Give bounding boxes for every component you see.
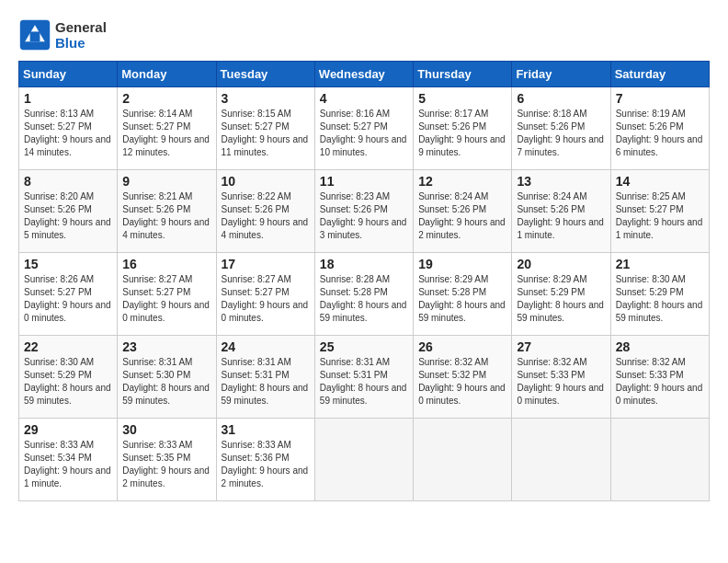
calendar-week-1: 1 Sunrise: 8:13 AM Sunset: 5:27 PM Dayli… xyxy=(19,87,710,170)
day-header-saturday: Saturday xyxy=(610,62,709,87)
calendar-body: 1 Sunrise: 8:13 AM Sunset: 5:27 PM Dayli… xyxy=(19,87,710,501)
day-number: 1 xyxy=(24,91,112,106)
logo: General Blue xyxy=(18,18,107,52)
day-info: Sunrise: 8:25 AM Sunset: 5:27 PM Dayligh… xyxy=(616,190,704,242)
day-number: 3 xyxy=(222,91,310,106)
day-number: 20 xyxy=(517,257,605,271)
calendar-cell xyxy=(314,419,413,501)
calendar-cell: 11 Sunrise: 8:23 AM Sunset: 5:26 PM Dayl… xyxy=(314,170,413,253)
calendar-cell: 29 Sunrise: 8:33 AM Sunset: 5:34 PM Dayl… xyxy=(19,419,118,501)
logo-text: General Blue xyxy=(55,19,107,51)
day-info: Sunrise: 8:33 AM Sunset: 5:34 PM Dayligh… xyxy=(24,439,112,490)
calendar-cell: 13 Sunrise: 8:24 AM Sunset: 5:26 PM Dayl… xyxy=(512,170,610,253)
calendar-cell: 10 Sunrise: 8:22 AM Sunset: 5:26 PM Dayl… xyxy=(216,170,314,253)
day-number: 12 xyxy=(418,174,506,189)
calendar-week-2: 8 Sunrise: 8:20 AM Sunset: 5:26 PM Dayli… xyxy=(19,170,710,253)
day-info: Sunrise: 8:33 AM Sunset: 5:36 PM Dayligh… xyxy=(222,439,310,490)
calendar-cell: 4 Sunrise: 8:16 AM Sunset: 5:27 PM Dayli… xyxy=(314,87,413,170)
day-info: Sunrise: 8:31 AM Sunset: 5:30 PM Dayligh… xyxy=(122,356,210,408)
day-number: 27 xyxy=(517,339,605,354)
calendar-cell: 28 Sunrise: 8:32 AM Sunset: 5:33 PM Dayl… xyxy=(610,336,709,419)
day-info: Sunrise: 8:32 AM Sunset: 5:33 PM Dayligh… xyxy=(616,356,704,408)
day-number: 4 xyxy=(320,91,408,106)
day-number: 5 xyxy=(418,91,506,106)
day-info: Sunrise: 8:31 AM Sunset: 5:31 PM Dayligh… xyxy=(222,356,310,408)
day-number: 23 xyxy=(122,339,210,354)
day-number: 22 xyxy=(24,339,112,354)
day-header-friday: Friday xyxy=(512,62,610,87)
calendar-cell: 30 Sunrise: 8:33 AM Sunset: 5:35 PM Dayl… xyxy=(118,419,216,501)
calendar-cell: 14 Sunrise: 8:25 AM Sunset: 5:27 PM Dayl… xyxy=(610,170,709,253)
day-header-wednesday: Wednesday xyxy=(314,62,413,87)
day-info: Sunrise: 8:14 AM Sunset: 5:27 PM Dayligh… xyxy=(122,108,210,159)
day-number: 11 xyxy=(320,174,408,189)
day-number: 31 xyxy=(222,422,310,437)
svg-rect-2 xyxy=(30,31,40,41)
day-number: 7 xyxy=(616,91,704,106)
day-info: Sunrise: 8:13 AM Sunset: 5:27 PM Dayligh… xyxy=(24,108,112,159)
calendar-cell: 7 Sunrise: 8:19 AM Sunset: 5:26 PM Dayli… xyxy=(610,87,709,170)
day-info: Sunrise: 8:16 AM Sunset: 5:27 PM Dayligh… xyxy=(320,108,408,159)
calendar-table: SundayMondayTuesdayWednesdayThursdayFrid… xyxy=(18,61,710,501)
calendar-cell: 21 Sunrise: 8:30 AM Sunset: 5:29 PM Dayl… xyxy=(610,253,709,336)
day-number: 13 xyxy=(517,174,605,189)
calendar-cell: 3 Sunrise: 8:15 AM Sunset: 5:27 PM Dayli… xyxy=(216,87,314,170)
day-info: Sunrise: 8:22 AM Sunset: 5:26 PM Dayligh… xyxy=(222,190,310,242)
calendar-cell: 1 Sunrise: 8:13 AM Sunset: 5:27 PM Dayli… xyxy=(19,87,118,170)
day-info: Sunrise: 8:15 AM Sunset: 5:27 PM Dayligh… xyxy=(222,108,310,159)
day-info: Sunrise: 8:29 AM Sunset: 5:29 PM Dayligh… xyxy=(517,273,605,325)
day-number: 18 xyxy=(320,257,408,271)
day-info: Sunrise: 8:21 AM Sunset: 5:26 PM Dayligh… xyxy=(122,190,210,242)
calendar-cell: 19 Sunrise: 8:29 AM Sunset: 5:28 PM Dayl… xyxy=(414,253,512,336)
calendar-cell: 16 Sunrise: 8:27 AM Sunset: 5:27 PM Dayl… xyxy=(118,253,216,336)
calendar-cell: 15 Sunrise: 8:26 AM Sunset: 5:27 PM Dayl… xyxy=(19,253,118,336)
day-number: 25 xyxy=(320,339,408,354)
day-info: Sunrise: 8:27 AM Sunset: 5:27 PM Dayligh… xyxy=(222,273,310,325)
day-number: 2 xyxy=(122,91,210,106)
day-info: Sunrise: 8:24 AM Sunset: 5:26 PM Dayligh… xyxy=(517,190,605,242)
day-info: Sunrise: 8:30 AM Sunset: 5:29 PM Dayligh… xyxy=(24,356,112,408)
day-info: Sunrise: 8:23 AM Sunset: 5:26 PM Dayligh… xyxy=(320,190,408,242)
day-info: Sunrise: 8:30 AM Sunset: 5:29 PM Dayligh… xyxy=(616,273,704,325)
day-info: Sunrise: 8:19 AM Sunset: 5:26 PM Dayligh… xyxy=(616,108,704,159)
calendar-cell: 5 Sunrise: 8:17 AM Sunset: 5:26 PM Dayli… xyxy=(414,87,512,170)
day-info: Sunrise: 8:31 AM Sunset: 5:31 PM Dayligh… xyxy=(320,356,408,408)
day-number: 15 xyxy=(24,257,112,271)
day-number: 16 xyxy=(122,257,210,271)
calendar-cell: 17 Sunrise: 8:27 AM Sunset: 5:27 PM Dayl… xyxy=(216,253,314,336)
calendar-cell: 2 Sunrise: 8:14 AM Sunset: 5:27 PM Dayli… xyxy=(118,87,216,170)
calendar-cell: 12 Sunrise: 8:24 AM Sunset: 5:26 PM Dayl… xyxy=(414,170,512,253)
calendar-cell: 31 Sunrise: 8:33 AM Sunset: 5:36 PM Dayl… xyxy=(216,419,314,501)
day-number: 9 xyxy=(122,174,210,189)
day-number: 10 xyxy=(222,174,310,189)
calendar-cell: 18 Sunrise: 8:28 AM Sunset: 5:28 PM Dayl… xyxy=(314,253,413,336)
day-header-sunday: Sunday xyxy=(19,62,118,87)
day-number: 17 xyxy=(222,257,310,271)
day-info: Sunrise: 8:20 AM Sunset: 5:26 PM Dayligh… xyxy=(24,190,112,242)
calendar-cell: 25 Sunrise: 8:31 AM Sunset: 5:31 PM Dayl… xyxy=(314,336,413,419)
calendar-week-4: 22 Sunrise: 8:30 AM Sunset: 5:29 PM Dayl… xyxy=(19,336,710,419)
day-info: Sunrise: 8:17 AM Sunset: 5:26 PM Dayligh… xyxy=(418,108,506,159)
calendar-cell: 20 Sunrise: 8:29 AM Sunset: 5:29 PM Dayl… xyxy=(512,253,610,336)
calendar-cell: 27 Sunrise: 8:32 AM Sunset: 5:33 PM Dayl… xyxy=(512,336,610,419)
calendar-cell: 24 Sunrise: 8:31 AM Sunset: 5:31 PM Dayl… xyxy=(216,336,314,419)
day-number: 21 xyxy=(616,257,704,271)
day-header-monday: Monday xyxy=(118,62,216,87)
calendar-cell: 23 Sunrise: 8:31 AM Sunset: 5:30 PM Dayl… xyxy=(118,336,216,419)
calendar-cell xyxy=(512,419,610,501)
day-number: 19 xyxy=(418,257,506,271)
day-number: 8 xyxy=(24,174,112,189)
calendar-week-3: 15 Sunrise: 8:26 AM Sunset: 5:27 PM Dayl… xyxy=(19,253,710,336)
calendar-week-5: 29 Sunrise: 8:33 AM Sunset: 5:34 PM Dayl… xyxy=(19,419,710,501)
calendar-cell: 26 Sunrise: 8:32 AM Sunset: 5:32 PM Dayl… xyxy=(414,336,512,419)
calendar-cell xyxy=(610,419,709,501)
day-header-tuesday: Tuesday xyxy=(216,62,314,87)
calendar-cell: 22 Sunrise: 8:30 AM Sunset: 5:29 PM Dayl… xyxy=(19,336,118,419)
page-header: General Blue xyxy=(18,18,710,52)
day-info: Sunrise: 8:32 AM Sunset: 5:32 PM Dayligh… xyxy=(418,356,506,408)
calendar-cell xyxy=(414,419,512,501)
calendar-cell: 9 Sunrise: 8:21 AM Sunset: 5:26 PM Dayli… xyxy=(118,170,216,253)
day-info: Sunrise: 8:24 AM Sunset: 5:26 PM Dayligh… xyxy=(418,190,506,242)
day-number: 30 xyxy=(122,422,210,437)
day-number: 24 xyxy=(222,339,310,354)
